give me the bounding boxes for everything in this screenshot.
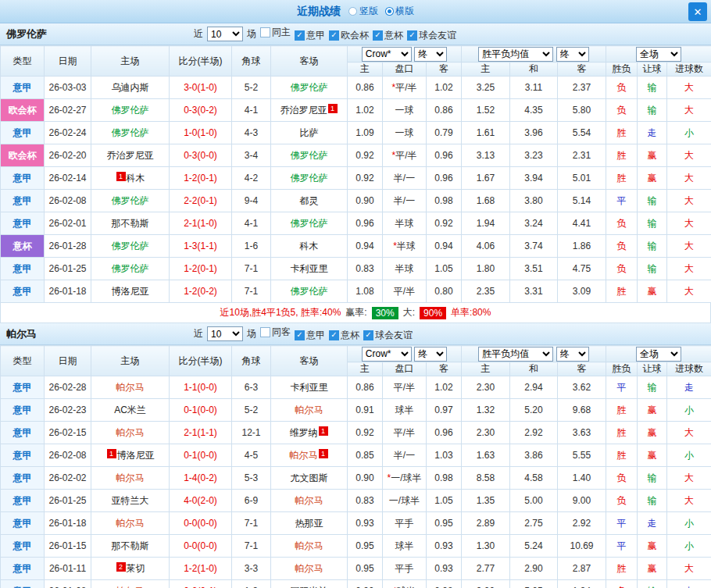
away-team-cell: 帕尔马: [271, 535, 348, 558]
avg-home-cell: 1.80: [462, 258, 510, 280]
avg-time-select[interactable]: 终: [556, 47, 589, 62]
checkbox-unchecked-icon[interactable]: [260, 27, 270, 37]
match-scope-select[interactable]: 全场: [636, 347, 681, 362]
handicap-cell: *平/半: [383, 77, 427, 99]
filter-checkbox-意甲[interactable]: ✓意甲: [295, 29, 325, 42]
score-cell: 0-3(0-0): [170, 144, 232, 167]
odds-home-cell: 0.83: [348, 258, 383, 280]
handicap-cell: 球半: [383, 535, 427, 558]
handicap-cell: *球半: [383, 580, 427, 588]
filter-checkbox-意杯[interactable]: ✓意杯: [329, 329, 359, 342]
match-scope-select[interactable]: 全场: [636, 47, 681, 62]
handicap-result-cell: 输: [638, 212, 667, 235]
avg-home-cell: 1.63: [462, 444, 510, 467]
avg-away-cell: 1.86: [558, 235, 606, 258]
avg-type-select[interactable]: 胜平负均值: [478, 347, 553, 362]
match-count-select[interactable]: 10: [207, 27, 243, 41]
handicap-result-cell: 输: [638, 376, 667, 399]
filter-checkbox-同主[interactable]: 同主: [260, 26, 291, 39]
result-cell: 胜: [606, 167, 638, 190]
date-cell: 26-02-01: [45, 212, 91, 235]
home-team-cell: 1博洛尼亚: [91, 444, 170, 467]
result-cell: 胜: [606, 444, 638, 467]
match-row: 意甲26-01-08帕尔马0-2(0-1)1-3国际米兰0.90*球半0.989…: [1, 580, 711, 588]
radio-horizontal-label: 横版: [395, 5, 414, 18]
match-count-select[interactable]: 10: [207, 326, 243, 341]
filter-checkbox-意杯[interactable]: ✓意杯: [373, 29, 403, 42]
odds-away-cell: 0.93: [427, 535, 462, 558]
filter-checkbox-欧会杯[interactable]: ✓欧会杯: [329, 29, 369, 42]
match-row: 意甲26-02-23AC米兰0-1(0-0)5-2帕尔马0.91球半0.971.…: [1, 399, 711, 422]
header-date: 日期: [45, 346, 91, 376]
score-cell: 1-3(1-1): [170, 235, 232, 258]
league-cell: 意甲: [1, 490, 45, 512]
filter-checkbox-label: 球会友谊: [419, 29, 456, 42]
close-button[interactable]: ✕: [688, 2, 707, 21]
avg-time-select[interactable]: 终: [556, 347, 589, 362]
odds-company-select[interactable]: Crow*: [362, 47, 412, 62]
layout-option-horizontal[interactable]: 横版: [386, 5, 414, 18]
odds-home-cell: 1.08: [348, 280, 383, 303]
league-cell: 意杯: [1, 235, 45, 258]
team-label: 都灵: [300, 195, 319, 206]
date-cell: 26-02-23: [45, 399, 91, 422]
checkbox-checked-icon[interactable]: ✓: [295, 330, 305, 340]
team-label: 乌迪内斯: [112, 82, 149, 93]
header-home: 主场: [91, 346, 170, 376]
handicap-cell: 半/一: [383, 167, 427, 190]
score-cell: 1-0(1-0): [170, 122, 232, 144]
radio-selected-icon[interactable]: [386, 8, 393, 15]
goals-result-cell: 小: [667, 399, 711, 422]
filter-checkbox-球会友谊[interactable]: ✓球会友谊: [363, 329, 413, 342]
header-odds-home: 主: [348, 362, 383, 376]
odds-time-select[interactable]: 终: [414, 47, 447, 62]
avg-away-cell: 2.31: [558, 144, 606, 167]
odds-away-cell: 0.80: [427, 280, 462, 303]
match-row: 欧会杯26-02-20乔治罗尼亚0-3(0-0)3-4佛罗伦萨0.92*平/半0…: [1, 144, 711, 167]
date-cell: 26-01-11: [45, 558, 91, 580]
layout-option-vertical[interactable]: 竖版: [348, 5, 378, 18]
league-cell: 意甲: [1, 376, 45, 399]
checkbox-checked-icon[interactable]: ✓: [329, 30, 339, 41]
filter-checkbox-意甲[interactable]: ✓意甲: [295, 329, 325, 342]
avg-draw-cell: 4.58: [510, 467, 558, 490]
handicap-cell: 半/一: [383, 190, 427, 212]
home-team-cell: 佛罗伦萨: [91, 235, 170, 258]
radio-vertical-label: 竖版: [359, 5, 378, 18]
header-odds-away: 客: [427, 362, 462, 376]
handicap-cell: 平/半: [383, 280, 427, 303]
handicap-cell: 一球: [383, 99, 427, 122]
filter-checkbox-同客[interactable]: 同客: [260, 326, 291, 339]
league-cell: 意甲: [1, 122, 45, 144]
goals-result-cell: 大: [667, 467, 711, 490]
league-cell: 意甲: [1, 512, 45, 535]
odds-company-select[interactable]: Crow*: [362, 347, 412, 362]
league-cell: 欧会杯: [1, 99, 45, 122]
radio-unselected-icon[interactable]: [348, 7, 357, 16]
matches-tbody: 意甲26-02-28帕尔马1-1(0-0)6-3卡利亚里0.86平/半1.022…: [1, 376, 711, 588]
odds-time-select[interactable]: 终: [414, 347, 447, 362]
checkbox-unchecked-icon[interactable]: [260, 327, 270, 337]
avg-draw-cell: 3.23: [510, 144, 558, 167]
home-team-cell: 佛罗伦萨: [91, 258, 170, 280]
team-label: 热那亚: [295, 518, 323, 529]
checkbox-checked-icon[interactable]: ✓: [329, 330, 339, 340]
checkbox-checked-icon[interactable]: ✓: [373, 30, 383, 41]
handicap-text: 平/半: [395, 150, 416, 161]
league-cell: 意甲: [1, 422, 45, 444]
team-label: 佛罗伦萨: [291, 286, 328, 297]
checkbox-checked-icon[interactable]: ✓: [295, 30, 305, 41]
odds-away-cell: 1.05: [427, 490, 462, 512]
avg-draw-cell: 3.94: [510, 167, 558, 190]
match-row: 意甲26-03-03乌迪内斯3-0(1-0)5-2佛罗伦萨0.86*平/半1.0…: [1, 77, 711, 99]
handicap-result-cell: 输: [638, 190, 667, 212]
checkbox-checked-icon[interactable]: ✓: [407, 30, 417, 41]
odds-away-cell: 0.98: [427, 580, 462, 588]
match-row: 意甲26-01-15那不勒斯0-0(0-0)7-1帕尔马0.95球半0.931.…: [1, 535, 711, 558]
avg-type-select[interactable]: 胜平负均值: [478, 47, 553, 62]
corner-cell: 4-3: [232, 122, 271, 144]
filter-checkbox-球会友谊[interactable]: ✓球会友谊: [407, 29, 456, 42]
checkbox-checked-icon[interactable]: ✓: [363, 330, 373, 340]
league-cell: 意甲: [1, 444, 45, 467]
filter-checkbox-label: 意甲: [306, 329, 325, 342]
